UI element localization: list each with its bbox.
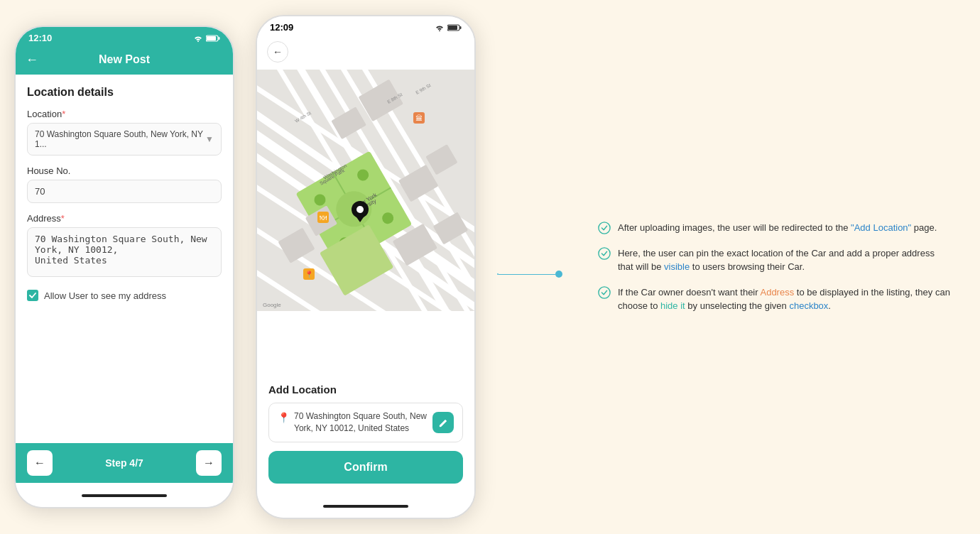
phone2-frame: 12:09 ← xyxy=(256,15,476,519)
wifi-icon-2 xyxy=(435,24,445,31)
phone1-back-btn[interactable]: ← xyxy=(26,53,38,67)
svg-rect-2 xyxy=(207,36,216,40)
phone1-footer: ← Step 4/7 → xyxy=(16,443,233,483)
note3: If the Car owner doesn't want their Addr… xyxy=(598,285,952,313)
address-textarea[interactable]: 70 Washington Square South, New York, NY… xyxy=(27,227,222,277)
note2: Here, the user can pin the exact locatio… xyxy=(598,246,952,274)
add-location-panel: Add Location 📍 70 Washington Square Sout… xyxy=(257,374,474,494)
location-label: Location* xyxy=(27,109,222,119)
location-group: Location* 70 Washington Square South, Ne… xyxy=(27,109,222,156)
home-indicator xyxy=(16,483,233,507)
phone2-status-icons xyxy=(435,24,462,31)
check-circle-icon-1 xyxy=(598,222,611,234)
location-pin-icon: 📍 xyxy=(278,412,290,423)
location-value: 70 Washington Square South, New York, NY… xyxy=(35,129,205,149)
phone1-status-bar: 12:10 xyxy=(16,27,233,46)
page-container: 12:10 ← New Post L xyxy=(14,15,966,519)
check-circle-icon-2 xyxy=(598,247,611,260)
svg-point-44 xyxy=(356,206,364,213)
phone2-home-bar xyxy=(323,505,408,508)
svg-point-55 xyxy=(599,287,610,298)
check-icon xyxy=(29,293,36,298)
back-arrow-icon: ← xyxy=(273,46,283,58)
svg-rect-4 xyxy=(460,26,462,29)
wifi-icon xyxy=(193,35,203,42)
edit-location-btn[interactable] xyxy=(432,412,454,433)
note2-text: Here, the user can pin the exact locatio… xyxy=(618,246,952,274)
house-no-label: House No. xyxy=(27,165,222,176)
next-step-btn[interactable]: → xyxy=(196,450,222,476)
note1: After uploading images, the user will be… xyxy=(598,221,952,235)
svg-text:🏛: 🏛 xyxy=(415,114,423,122)
allow-address-checkbox-row: Allow User to see my address xyxy=(27,290,222,301)
allow-address-checkbox[interactable] xyxy=(27,290,38,301)
svg-rect-5 xyxy=(448,26,457,30)
svg-text:📍: 📍 xyxy=(305,270,314,279)
note3-highlight-hide: hide it xyxy=(660,300,685,311)
note3-text: If the Car owner doesn't want their Addr… xyxy=(618,285,952,313)
address-label: Address* xyxy=(27,213,222,224)
connector-dot-right xyxy=(555,271,562,278)
edit-icon xyxy=(439,418,448,427)
connector-line xyxy=(499,274,555,275)
phone1-title: New Post xyxy=(99,53,150,66)
section-title: Location details xyxy=(27,86,222,99)
phone1-status-icons xyxy=(193,35,220,42)
chevron-down-icon: ▼ xyxy=(205,134,214,144)
location-card-left: 📍 70 Washington Square South, New York, … xyxy=(278,410,432,435)
note1-highlight-add-location: "Add Location" xyxy=(851,222,911,233)
map-svg: New York University Washington Square Pa… xyxy=(257,70,474,311)
svg-text:🍽: 🍽 xyxy=(320,214,327,222)
phone2-back-btn[interactable]: ← xyxy=(267,41,288,62)
battery-icon-2 xyxy=(447,24,462,31)
note3-highlight-address: Address xyxy=(760,287,794,298)
phone2-time: 12:09 xyxy=(270,22,293,33)
phone1-frame: 12:10 ← New Post L xyxy=(14,26,234,508)
map-food-icon: 🍽 xyxy=(317,212,329,223)
svg-rect-1 xyxy=(219,37,220,40)
svg-text:Google: Google xyxy=(263,302,281,308)
home-bar xyxy=(82,494,167,497)
add-location-title: Add Location xyxy=(268,383,463,396)
note2-highlight-visible: visible xyxy=(664,261,690,272)
next-arrow-icon: → xyxy=(203,457,214,469)
address-group: Address* 70 Washington Square South, New… xyxy=(27,213,222,280)
phone1-header: ← New Post xyxy=(16,46,233,75)
phone2-topbar: ← xyxy=(257,36,474,70)
phone1-body: Location details Location* 70 Washington… xyxy=(16,75,233,443)
prev-step-btn[interactable]: ← xyxy=(27,450,53,476)
step-label: Step 4/7 xyxy=(105,457,143,469)
connector-area xyxy=(497,256,562,278)
battery-icon xyxy=(206,35,220,42)
location-select[interactable]: 70 Washington Square South, New York, NY… xyxy=(27,123,222,156)
location-address: 70 Washington Square South, New York, NY… xyxy=(294,410,432,435)
note3-highlight-checkbox: checkbox xyxy=(789,300,828,311)
confirm-btn[interactable]: Confirm xyxy=(268,451,463,484)
annotation-notes: After uploading images, the user will be… xyxy=(598,221,952,313)
house-no-input[interactable] xyxy=(27,180,222,203)
map-marker-icon2: 📍 xyxy=(303,268,315,280)
phone1-time: 12:10 xyxy=(28,33,52,43)
map-area[interactable]: New York University Washington Square Pa… xyxy=(257,70,474,374)
prev-arrow-icon: ← xyxy=(34,457,45,469)
check-circle-icon-3 xyxy=(598,286,611,299)
house-no-group: House No. xyxy=(27,165,222,203)
map-landmark-icon: 🏛 xyxy=(413,112,425,124)
location-card: 📍 70 Washington Square South, New York, … xyxy=(268,403,463,442)
svg-point-53 xyxy=(599,222,610,234)
phone2-home-indicator xyxy=(257,494,474,518)
svg-point-54 xyxy=(599,248,610,259)
allow-address-label: Allow User to see my address xyxy=(44,290,166,301)
note1-text: After uploading images, the user will be… xyxy=(618,221,937,235)
phone2-status-bar: 12:09 xyxy=(257,16,474,36)
annotation-area: After uploading images, the user will be… xyxy=(584,207,966,327)
